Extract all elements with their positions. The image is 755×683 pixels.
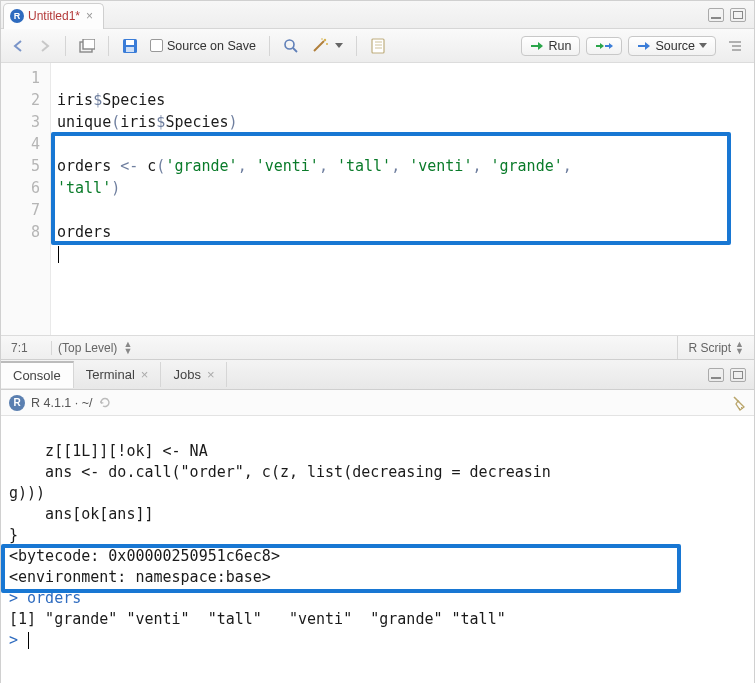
editor-statusbar: 7:1 (Top Level) ▲▼ R Script ▲▼: [1, 335, 754, 359]
run-button[interactable]: Run: [521, 36, 580, 56]
console-line: >: [9, 631, 29, 649]
code-line: [57, 245, 59, 263]
outline-button[interactable]: [722, 36, 748, 56]
console-statusbar: R R 4.1.1 · ~/: [1, 390, 754, 416]
chevron-down-icon: [699, 43, 707, 48]
forward-button[interactable]: [33, 36, 57, 56]
code-line: unique(iris$Species): [57, 113, 238, 131]
source-editor-pane: R Untitled1* ×: [1, 1, 754, 360]
svg-point-10: [321, 38, 323, 40]
compile-report-button[interactable]: [365, 35, 391, 57]
console-tabbar: Console Terminal × Jobs ×: [1, 360, 754, 390]
tab-terminal[interactable]: Terminal ×: [74, 362, 162, 387]
code-line: iris$Species: [57, 91, 165, 109]
editor-tabbar: R Untitled1* ×: [1, 1, 754, 29]
code-line: [57, 201, 66, 219]
source-on-save-toggle[interactable]: Source on Save: [145, 36, 261, 56]
tab-jobs[interactable]: Jobs ×: [161, 362, 227, 387]
line-number: 3: [5, 111, 40, 133]
editor-tab-untitled1[interactable]: R Untitled1* ×: [3, 3, 104, 29]
pane-window-controls: [708, 8, 754, 22]
updown-icon: ▲▼: [735, 341, 744, 355]
code-line: [57, 135, 66, 153]
popout-icon: [79, 39, 95, 53]
console-line: }: [9, 526, 18, 544]
line-number: 6: [5, 177, 40, 199]
r-version-label: R 4.1.1 · ~/: [31, 396, 93, 410]
code-line: 'tall'): [57, 179, 120, 197]
run-label: Run: [548, 39, 571, 53]
close-icon[interactable]: ×: [84, 9, 95, 23]
close-icon[interactable]: ×: [141, 367, 149, 382]
find-button[interactable]: [278, 35, 304, 57]
rerun-icon: [595, 40, 613, 52]
line-number: 5: [5, 155, 40, 177]
text-cursor: [58, 246, 59, 263]
r-file-icon: R: [10, 9, 24, 23]
line-number-gutter: 1 2 3 4 5 6 7 8: [1, 63, 51, 335]
svg-line-6: [293, 48, 297, 52]
console-line: ans[ok[ans]]: [9, 505, 154, 523]
checkbox-icon: [150, 39, 163, 52]
minimize-pane-icon[interactable]: [708, 368, 724, 382]
source-button[interactable]: Source: [628, 36, 716, 56]
save-button[interactable]: [117, 35, 143, 57]
console-output[interactable]: z[[1L]][!ok] <- NA ans <- do.call("order…: [1, 416, 754, 683]
line-number: 2: [5, 89, 40, 111]
outline-icon: [727, 39, 743, 53]
console-pane: Console Terminal × Jobs × R R 4.1.1 · ~/: [1, 360, 754, 683]
notebook-icon: [370, 38, 386, 54]
code-line: [57, 267, 66, 285]
maximize-pane-icon[interactable]: [730, 8, 746, 22]
magnifier-icon: [283, 38, 299, 54]
line-number: 7: [5, 199, 40, 221]
source-on-save-label: Source on Save: [167, 39, 256, 53]
show-in-new-window-button[interactable]: [74, 36, 100, 56]
minimize-pane-icon[interactable]: [708, 8, 724, 22]
code-area[interactable]: iris$Species unique(iris$Species) orders…: [51, 63, 754, 335]
svg-rect-11: [372, 39, 384, 53]
rstudio-window: R Untitled1* ×: [0, 0, 755, 683]
svg-rect-1: [83, 39, 95, 49]
svg-rect-4: [126, 47, 134, 52]
clear-console-icon[interactable]: [730, 395, 746, 411]
text-cursor: [28, 632, 29, 649]
language-mode-selector[interactable]: R Script ▲▼: [677, 336, 754, 359]
tab-console[interactable]: Console: [1, 361, 74, 388]
scope-selector[interactable]: (Top Level) ▲▼: [51, 341, 677, 355]
tab-label: Console: [13, 368, 61, 383]
arrow-left-icon: [12, 39, 26, 53]
code-tools-button[interactable]: [306, 35, 348, 57]
console-line: z[[1L]][!ok] <- NA: [9, 442, 208, 460]
run-arrow-icon: [530, 40, 544, 52]
source-label: Source: [655, 39, 695, 53]
floppy-disk-icon: [122, 38, 138, 54]
editor-body[interactable]: 1 2 3 4 5 6 7 8 iris$Species unique(iris…: [1, 63, 754, 335]
reload-icon[interactable]: [99, 397, 111, 409]
language-mode-label: R Script: [688, 341, 731, 355]
editor-toolbar: Source on Save Run: [1, 29, 754, 63]
updown-icon: ▲▼: [123, 341, 132, 355]
rerun-button[interactable]: [586, 37, 622, 55]
line-number: 8: [5, 221, 40, 243]
svg-point-9: [326, 43, 328, 45]
code-line: orders <- c('grande', 'venti', 'tall', '…: [57, 157, 572, 175]
console-line: > orders: [9, 589, 81, 607]
console-line: ans <- do.call("order", c(z, list(decrea…: [9, 463, 551, 481]
close-icon[interactable]: ×: [207, 367, 215, 382]
maximize-pane-icon[interactable]: [730, 368, 746, 382]
magic-wand-icon: [311, 38, 331, 54]
code-line: orders: [57, 223, 111, 241]
annotation-highlight-editor: [51, 132, 731, 245]
back-button[interactable]: [7, 36, 31, 56]
console-line: <bytecode: 0x00000250951c6ec8>: [9, 547, 280, 565]
svg-point-5: [285, 40, 294, 49]
console-line: <environment: namespace:base>: [9, 568, 271, 586]
arrow-right-icon: [38, 39, 52, 53]
editor-tab-title: Untitled1*: [28, 9, 80, 23]
source-arrow-icon: [637, 40, 651, 52]
tab-label: Jobs: [173, 367, 200, 382]
console-line: [1] "grande" "venti" "tall" "venti" "gra…: [9, 610, 524, 628]
r-logo-icon: R: [9, 395, 25, 411]
chevron-down-icon: [335, 43, 343, 48]
